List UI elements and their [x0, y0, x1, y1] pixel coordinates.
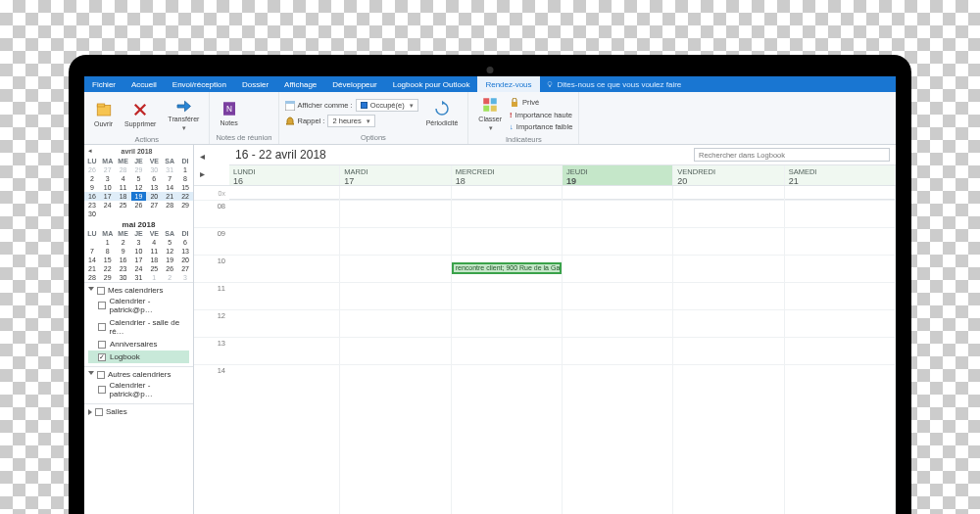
checkbox[interactable]: [98, 302, 106, 309]
mini-calendar-april[interactable]: LUMAMEJEVESADI26272829303112345678910111…: [84, 157, 193, 218]
mini-day[interactable]: 3: [177, 273, 193, 282]
calendar-item[interactable]: Anniversaires: [88, 338, 189, 350]
mini-day[interactable]: [162, 210, 177, 218]
mini-day[interactable]: 13: [177, 247, 193, 256]
mini-day[interactable]: 30: [146, 165, 162, 174]
tab-fichier[interactable]: Fichier: [84, 76, 123, 92]
day-column[interactable]: [229, 186, 340, 514]
mini-day[interactable]: 26: [162, 264, 177, 273]
mini-day[interactable]: 19: [131, 192, 147, 201]
tab-accueil[interactable]: Accueil: [123, 76, 165, 92]
day-header[interactable]: LUNDI16: [229, 165, 340, 185]
tab-envoi-r-ception[interactable]: Envoi/réception: [165, 76, 234, 92]
open-button[interactable]: Ouvrir: [90, 99, 117, 129]
calendar-item[interactable]: Calendrier - patrick@p…: [88, 379, 189, 400]
tab-affichage[interactable]: Affichage: [276, 76, 324, 92]
mini-day[interactable]: 7: [162, 174, 177, 183]
mini-day[interactable]: 18: [146, 256, 162, 264]
mini-day[interactable]: 24: [131, 264, 147, 273]
tab-logbook-pour-outlook[interactable]: Logbook pour Outlook: [385, 76, 478, 92]
mini-day[interactable]: [100, 210, 116, 218]
mini-day[interactable]: 28: [84, 273, 100, 282]
forward-button[interactable]: Transférer: [164, 94, 203, 134]
mini-day[interactable]: 12: [131, 183, 147, 192]
mini-day[interactable]: [84, 238, 100, 247]
mini-day[interactable]: 19: [162, 256, 177, 264]
mini-day[interactable]: 25: [146, 264, 162, 273]
mini-day[interactable]: 9: [84, 183, 100, 192]
mini-day[interactable]: 6: [146, 174, 162, 183]
calendar-item[interactable]: Calendrier - patrick@p…: [88, 295, 189, 316]
mini-day[interactable]: 16: [84, 192, 100, 201]
mini-day[interactable]: 30: [116, 273, 131, 282]
other-calendars-checkbox[interactable]: [97, 371, 105, 379]
mini-day[interactable]: 6: [177, 238, 193, 247]
mini-day[interactable]: 14: [84, 256, 100, 264]
checkbox[interactable]: ✓: [98, 353, 106, 361]
day-header[interactable]: MARDI17: [340, 165, 451, 185]
mini-day[interactable]: 3: [100, 174, 116, 183]
mini-day[interactable]: 16: [116, 256, 131, 264]
calendar-item[interactable]: Calendrier - salle de ré…: [88, 316, 189, 338]
mini-day[interactable]: 8: [100, 247, 116, 256]
my-calendars-header[interactable]: Mes calendriers: [88, 286, 189, 295]
day-header[interactable]: MERCREDI18: [452, 165, 563, 185]
day-column[interactable]: [673, 186, 784, 514]
mini-day[interactable]: 5: [162, 238, 177, 247]
show-as-value[interactable]: Occupé(e): [356, 99, 418, 112]
my-calendars-checkbox[interactable]: [97, 287, 105, 295]
mini-day[interactable]: 10: [131, 247, 147, 256]
mini-day[interactable]: 28: [116, 165, 131, 174]
mini-day[interactable]: 13: [146, 183, 162, 192]
day-column[interactable]: [785, 186, 896, 514]
mini-day[interactable]: 11: [116, 183, 131, 192]
checkbox[interactable]: [98, 323, 106, 331]
mini-day[interactable]: 4: [116, 174, 131, 183]
mini-day[interactable]: 2: [116, 238, 131, 247]
day-header[interactable]: VENDREDI20: [673, 165, 784, 185]
checkbox[interactable]: [98, 386, 106, 394]
mini-day[interactable]: 2: [162, 273, 177, 282]
mini-day[interactable]: 3: [131, 238, 147, 247]
mini-day[interactable]: 18: [116, 192, 131, 201]
recurrence-button[interactable]: Périodicité: [422, 98, 463, 128]
rooms-checkbox[interactable]: [95, 408, 103, 416]
mini-day[interactable]: 31: [131, 273, 147, 282]
mini-day[interactable]: 14: [162, 183, 177, 192]
mini-day[interactable]: 7: [84, 247, 100, 256]
mini-day[interactable]: 21: [162, 192, 177, 201]
day-column[interactable]: rencontre client; 900 Rue de la Gauche …: [452, 186, 563, 514]
tab-rendez-vous[interactable]: Rendez-vous: [477, 76, 539, 92]
mini-day[interactable]: 17: [131, 256, 147, 264]
day-column[interactable]: [340, 186, 451, 514]
mini-day[interactable]: 2: [84, 174, 100, 183]
other-calendars-header[interactable]: Autres calendriers: [88, 370, 189, 379]
mini-day[interactable]: [177, 210, 193, 218]
mini-day[interactable]: 26: [84, 165, 100, 174]
mini-day[interactable]: 25: [116, 201, 131, 210]
mini-day[interactable]: [146, 210, 162, 218]
mini-day[interactable]: 27: [146, 201, 162, 210]
checkbox[interactable]: [98, 341, 106, 349]
mini-day[interactable]: 29: [100, 273, 116, 282]
mini-day[interactable]: 27: [177, 264, 193, 273]
mini-day[interactable]: [131, 210, 147, 218]
calendar-body[interactable]: rencontre client; 900 Rue de la Gauche …: [229, 186, 896, 514]
mini-day[interactable]: 9: [116, 247, 131, 256]
mini-day[interactable]: 20: [146, 192, 162, 201]
mini-day[interactable]: 31: [162, 165, 177, 174]
mini-day[interactable]: 26: [131, 201, 147, 210]
rooms-header[interactable]: Salles: [88, 407, 189, 416]
day-header[interactable]: JEUDI19: [563, 165, 673, 185]
mini-day[interactable]: 23: [116, 264, 131, 273]
mini-day[interactable]: 1: [100, 238, 116, 247]
reminder-row[interactable]: Rappel : 2 heures: [285, 115, 418, 127]
tab-d-veloppeur[interactable]: Développeur: [324, 76, 384, 92]
mini-day[interactable]: 29: [131, 165, 147, 174]
mini-day[interactable]: 17: [100, 192, 116, 201]
mini-day[interactable]: 1: [177, 165, 193, 174]
prev-week-button[interactable]: ◂: [200, 151, 223, 162]
notes-button[interactable]: N Notes: [216, 98, 241, 128]
mini-day[interactable]: 20: [177, 256, 193, 264]
mini-day[interactable]: [116, 210, 131, 218]
